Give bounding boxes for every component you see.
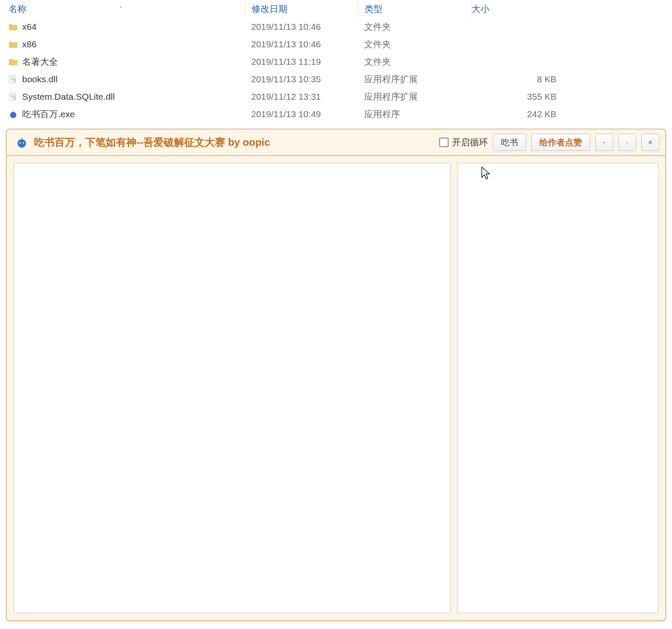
folder-icon — [9, 40, 18, 49]
close-button[interactable]: × — [641, 134, 659, 151]
file-type: 应用程序扩展 — [364, 92, 418, 101]
right-panel[interactable] — [458, 163, 658, 613]
dll-icon — [9, 75, 18, 84]
file-name: 吃书百万.exe — [22, 108, 75, 120]
praise-author-button[interactable]: 给作者点赞 — [531, 134, 590, 151]
file-name: System.Data.SQLite.dll — [22, 92, 115, 102]
checkbox-box-icon — [439, 138, 449, 147]
file-date: 2019/11/13 10:46 — [251, 22, 321, 32]
file-row[interactable]: System.Data.SQLite.dll2019/11/12 13:31应用… — [0, 88, 672, 105]
eat-button-label: 吃书 — [501, 137, 518, 148]
file-name: x64 — [22, 22, 37, 32]
file-type: 应用程序 — [364, 109, 400, 119]
folder-icon — [9, 57, 18, 66]
folder-icon — [9, 22, 18, 32]
file-type: 应用程序扩展 — [364, 74, 418, 84]
file-size: 242 KB — [527, 109, 556, 119]
column-header-name-label: 名称 — [9, 3, 26, 15]
column-header-type-label: 类型 — [365, 3, 382, 15]
explorer-rows: x642019/11/13 10:46文件夹x862019/11/13 10:4… — [0, 18, 672, 123]
loop-checkbox[interactable]: 开启循环 — [439, 136, 488, 148]
file-size: 8 KB — [537, 74, 556, 84]
column-header-date-label: 修改日期 — [252, 3, 287, 15]
minimize-button[interactable]: - — [595, 134, 613, 151]
titlebar[interactable]: 吃书百万，下笔如有神--吾爱破解征文大赛 by oopic 开启循环 吃书 给作… — [7, 130, 665, 156]
file-row[interactable]: x642019/11/13 10:46文件夹 — [0, 18, 672, 35]
column-header-size[interactable]: 大小 — [471, 0, 565, 17]
explorer-header: 名称 ˄ 修改日期 类型 大小 — [0, 0, 672, 18]
loop-checkbox-label: 开启循环 — [452, 136, 488, 148]
svg-point-9 — [23, 142, 24, 144]
left-panel[interactable] — [14, 163, 451, 613]
file-row[interactable]: books.dll2019/11/13 10:35应用程序扩展8 KB — [0, 70, 672, 88]
praise-author-button-label: 给作者点赞 — [539, 137, 582, 148]
titlebar-right: 开启循环 吃书 给作者点赞 - · × — [439, 134, 659, 151]
file-date: 2019/11/13 10:46 — [251, 39, 321, 49]
column-header-date[interactable]: 修改日期 — [245, 0, 358, 17]
file-date: 2019/11/12 13:31 — [251, 92, 321, 101]
exe-icon — [9, 110, 18, 119]
column-header-name[interactable]: 名称 ˄ — [0, 0, 245, 17]
file-name: books.dll — [22, 74, 58, 84]
minimize-icon: - — [603, 138, 605, 147]
file-date: 2019/11/13 10:35 — [251, 74, 321, 84]
svg-point-8 — [20, 142, 21, 144]
maximize-button[interactable]: · — [618, 134, 636, 151]
client-area — [7, 156, 665, 620]
file-size: 355 KB — [527, 92, 556, 101]
file-date: 2019/11/13 11:19 — [251, 57, 321, 66]
app-title: 吃书百万，下笔如有神--吾爱破解征文大赛 by oopic — [34, 136, 433, 149]
column-header-size-label: 大小 — [472, 3, 490, 15]
file-row[interactable]: 名著大全2019/11/13 11:19文件夹 — [0, 53, 672, 70]
app-window: 吃书百万，下笔如有神--吾爱破解征文大赛 by oopic 开启循环 吃书 给作… — [6, 129, 666, 621]
file-row[interactable]: x862019/11/13 10:46文件夹 — [0, 35, 672, 53]
file-date: 2019/11/13 10:49 — [251, 109, 321, 119]
file-explorer: 名称 ˄ 修改日期 类型 大小 x642019/11/13 10:46文件夹x8… — [0, 0, 672, 123]
file-name: x86 — [22, 39, 37, 49]
eat-button[interactable]: 吃书 — [493, 134, 526, 151]
app-icon — [15, 136, 28, 149]
dll-icon — [9, 92, 18, 101]
maximize-icon: · — [626, 138, 628, 147]
file-name: 名著大全 — [22, 56, 58, 68]
file-type: 文件夹 — [364, 57, 391, 66]
close-icon: × — [648, 138, 653, 147]
column-header-type[interactable]: 类型 — [358, 0, 471, 17]
file-type: 文件夹 — [364, 22, 391, 32]
file-row[interactable]: 吃书百万.exe2019/11/13 10:49应用程序242 KB — [0, 105, 672, 123]
file-type: 文件夹 — [364, 39, 391, 49]
sort-indicator-icon: ˄ — [119, 6, 122, 12]
